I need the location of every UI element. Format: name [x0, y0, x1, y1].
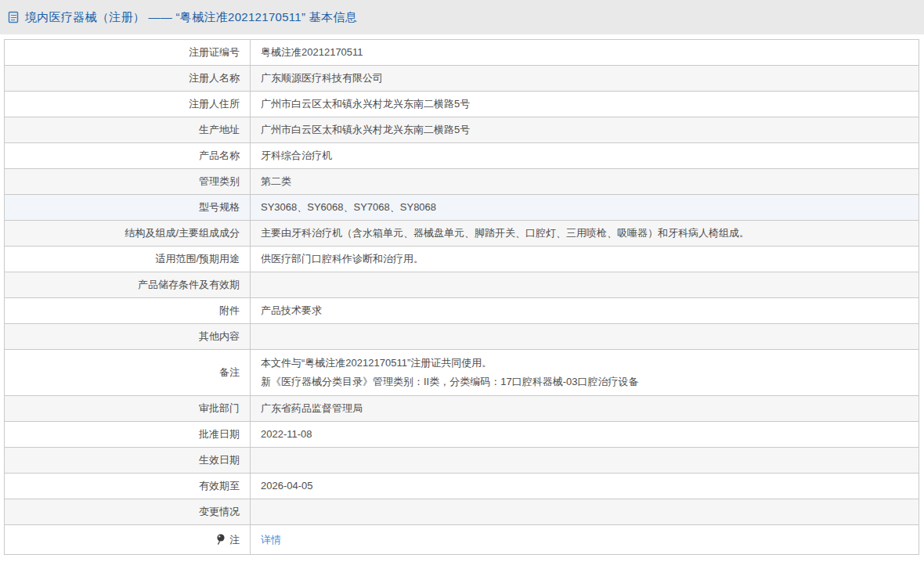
row-label-cell: 型号规格 — [5, 195, 251, 220]
table-row: 注册证编号 粤械注准20212170511 — [5, 40, 919, 66]
table-row: 管理类别 第二类 — [5, 169, 919, 195]
table-row: 生产地址 广州市白云区太和镇永兴村龙兴东南二横路5号 — [5, 117, 919, 143]
row-label: 其他内容 — [199, 330, 240, 344]
row-label: 审批部门 — [199, 402, 240, 416]
row-value: 主要由牙科治疗机（含水箱单元、器械盘单元、脚踏开关、口腔灯、三用喷枪、吸唾器）和… — [251, 221, 919, 246]
row-label: 注 — [229, 533, 240, 547]
row-value: 牙科综合治疗机 — [251, 143, 919, 168]
row-label-cell: 注册人住所 — [5, 92, 251, 117]
row-value: 2022-11-08 — [251, 422, 919, 447]
row-label: 注册证编号 — [189, 45, 240, 59]
table-row: 备注 本文件与“粤械注准20212170511”注册证共同使用。新《医疗器械分类… — [5, 350, 919, 396]
row-label-cell: 注册人名称 — [5, 66, 251, 91]
row-label-cell: 产品名称 — [5, 143, 251, 168]
row-label-cell: 注 — [5, 525, 251, 554]
row-label-cell: 结构及组成/主要组成成分 — [5, 221, 251, 246]
row-value — [251, 324, 919, 349]
registration-detail-page: 境内医疗器械（注册） —— “粤械注准20212170511” 基本信息 注册证… — [0, 0, 924, 569]
table-row: 型号规格 SY3068、SY6068、SY7068、SY8068 — [5, 195, 919, 221]
row-label-cell: 生效日期 — [5, 448, 251, 473]
row-label: 适用范围/预期用途 — [155, 252, 240, 266]
row-label-cell: 附件 — [5, 298, 251, 323]
document-icon — [8, 11, 20, 23]
row-value: 粤械注准20212170511 — [251, 40, 919, 65]
row-value: 广州市白云区太和镇永兴村龙兴东南二横路5号 — [251, 117, 919, 142]
page-header: 境内医疗器械（注册） —— “粤械注准20212170511” 基本信息 — [0, 0, 924, 34]
table-row: 生效日期 — [5, 448, 919, 474]
row-value: 供医疗部门口腔科作诊断和治疗用。 — [251, 247, 919, 272]
row-label: 变更情况 — [199, 505, 240, 519]
info-table: 注册证编号 粤械注准20212170511 注册人名称 广东顺源医疗科技有限公司… — [4, 39, 919, 555]
row-label-cell: 产品储存条件及有效期 — [5, 272, 251, 297]
row-label: 有效期至 — [199, 479, 240, 493]
row-value-line: 新《医疗器械分类目录》管理类别：II类，分类编码：17口腔科器械-03口腔治疗设… — [261, 373, 911, 391]
row-label: 备注 — [219, 366, 240, 380]
table-row: 其他内容 — [5, 324, 919, 350]
row-label-cell: 批准日期 — [5, 422, 251, 447]
table-row: 注 详情 — [5, 525, 919, 554]
table-row: 产品储存条件及有效期 — [5, 272, 919, 298]
row-label: 产品储存条件及有效期 — [138, 278, 240, 292]
row-value: SY3068、SY6068、SY7068、SY8068 — [251, 195, 919, 220]
row-label: 生效日期 — [199, 453, 240, 467]
row-label-cell: 注册证编号 — [5, 40, 251, 65]
row-value: 广东省药品监督管理局 — [251, 396, 919, 421]
table-row: 审批部门 广东省药品监督管理局 — [5, 396, 919, 422]
table-row: 结构及组成/主要组成成分 主要由牙科治疗机（含水箱单元、器械盘单元、脚踏开关、口… — [5, 221, 919, 247]
row-label-cell: 备注 — [5, 350, 251, 395]
row-label: 生产地址 — [199, 123, 240, 137]
row-label-cell: 生产地址 — [5, 117, 251, 142]
row-label-cell: 管理类别 — [5, 169, 251, 194]
balloon-icon — [216, 534, 226, 546]
row-value — [251, 499, 919, 524]
row-value: 产品技术要求 — [251, 298, 919, 323]
row-value: 本文件与“粤械注准20212170511”注册证共同使用。新《医疗器械分类目录》… — [251, 350, 919, 395]
row-value: 详情 — [251, 525, 919, 554]
table-row: 注册人名称 广东顺源医疗科技有限公司 — [5, 66, 919, 92]
row-value — [251, 272, 919, 297]
row-value: 广州市白云区太和镇永兴村龙兴东南二横路5号 — [251, 92, 919, 117]
table-row: 适用范围/预期用途 供医疗部门口腔科作诊断和治疗用。 — [5, 247, 919, 272]
row-label: 批准日期 — [199, 427, 240, 441]
row-value: 第二类 — [251, 169, 919, 194]
row-label-cell: 变更情况 — [5, 499, 251, 524]
page-title: 境内医疗器械（注册） —— “粤械注准20212170511” 基本信息 — [25, 10, 357, 25]
row-label: 产品名称 — [199, 149, 240, 163]
row-value-line: 本文件与“粤械注准20212170511”注册证共同使用。 — [261, 354, 911, 373]
row-label: 注册人名称 — [189, 71, 240, 85]
row-label: 注册人住所 — [189, 97, 240, 111]
row-label: 附件 — [219, 304, 240, 318]
row-label-cell: 其他内容 — [5, 324, 251, 349]
row-value — [251, 448, 919, 473]
table-row: 批准日期 2022-11-08 — [5, 422, 919, 448]
row-value: 广东顺源医疗科技有限公司 — [251, 66, 919, 91]
table-row: 产品名称 牙科综合治疗机 — [5, 143, 919, 169]
row-label: 结构及组成/主要组成成分 — [125, 226, 240, 240]
row-value: 2026-04-05 — [251, 474, 919, 499]
table-row: 注册人住所 广州市白云区太和镇永兴村龙兴东南二横路5号 — [5, 92, 919, 117]
details-link[interactable]: 详情 — [261, 532, 911, 548]
table-row: 变更情况 — [5, 499, 919, 525]
row-label-cell: 审批部门 — [5, 396, 251, 421]
row-label-cell: 有效期至 — [5, 474, 251, 499]
table-row: 有效期至 2026-04-05 — [5, 474, 919, 499]
row-label: 型号规格 — [199, 200, 240, 214]
table-row: 附件 产品技术要求 — [5, 298, 919, 324]
row-label-cell: 适用范围/预期用途 — [5, 247, 251, 272]
row-label: 管理类别 — [199, 175, 240, 189]
